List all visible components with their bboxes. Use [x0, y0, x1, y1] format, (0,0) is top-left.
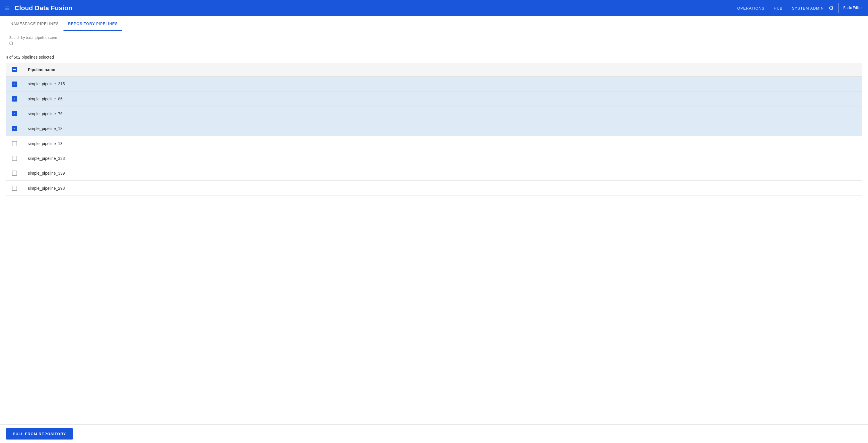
table-row: simple_pipeline_293 — [6, 181, 862, 196]
select-all-checkbox[interactable] — [12, 67, 17, 72]
pipeline-name-header: Pipeline name — [23, 63, 862, 77]
row-checkbox[interactable] — [12, 141, 17, 146]
row-checkbox-cell[interactable] — [6, 77, 23, 91]
row-checkbox-cell[interactable] — [6, 181, 23, 196]
row-checkbox[interactable] — [12, 186, 17, 191]
search-label: Search by batch pipeline name — [8, 36, 58, 40]
table-row: simple_pipeline_13 — [6, 136, 862, 151]
pipeline-table: Pipeline name simple_pipeline_315simple_… — [6, 63, 862, 196]
search-container: Search by batch pipeline name — [6, 38, 862, 50]
pipeline-name-cell: simple_pipeline_293 — [23, 181, 862, 196]
row-checkbox[interactable] — [12, 96, 17, 101]
header-divider — [838, 3, 839, 13]
table-row: simple_pipeline_86 — [6, 91, 862, 106]
tab-repository-pipelines[interactable]: REPOSITORY PIPELINES — [63, 16, 122, 31]
row-checkbox-cell[interactable] — [6, 166, 23, 181]
table-header-row: Pipeline name — [6, 63, 862, 77]
row-checkbox-cell[interactable] — [6, 121, 23, 136]
edition-label: Basic Edition — [843, 6, 863, 10]
row-checkbox[interactable] — [12, 82, 17, 87]
main-content: Search by batch pipeline name 4 of 502 p… — [0, 31, 868, 202]
app-logo: Cloud Data Fusion — [14, 4, 737, 12]
pipeline-name-cell: simple_pipeline_339 — [23, 166, 862, 181]
table-row: simple_pipeline_76 — [6, 106, 862, 121]
row-checkbox[interactable] — [12, 171, 17, 176]
header-nav: OPERATIONS HUB SYSTEM ADMIN — [737, 6, 824, 10]
row-checkbox[interactable] — [12, 111, 17, 116]
selection-count: 4 of 502 pipelines selected — [6, 55, 862, 59]
nav-system-admin[interactable]: SYSTEM ADMIN — [792, 6, 824, 10]
search-icon — [9, 41, 13, 47]
row-checkbox-cell[interactable] — [6, 136, 23, 151]
row-checkbox[interactable] — [12, 126, 17, 131]
search-input[interactable] — [16, 42, 859, 47]
pipeline-name-cell: simple_pipeline_76 — [23, 106, 862, 121]
row-checkbox-cell[interactable] — [6, 151, 23, 166]
row-checkbox[interactable] — [12, 156, 17, 161]
menu-icon[interactable]: ☰ — [5, 5, 10, 11]
row-checkbox-cell[interactable] — [6, 91, 23, 106]
nav-hub[interactable]: HUB — [774, 6, 782, 10]
svg-line-1 — [12, 45, 13, 45]
table-row: simple_pipeline_18 — [6, 121, 862, 136]
table-row: simple_pipeline_339 — [6, 166, 862, 181]
app-header: ☰ Cloud Data Fusion OPERATIONS HUB SYSTE… — [0, 0, 868, 16]
table-row: simple_pipeline_333 — [6, 151, 862, 166]
gear-icon[interactable]: ⚙ — [829, 5, 834, 11]
search-wrapper — [6, 38, 862, 50]
table-row: simple_pipeline_315 — [6, 77, 862, 91]
pipeline-name-cell: simple_pipeline_315 — [23, 77, 862, 91]
nav-operations[interactable]: OPERATIONS — [737, 6, 765, 10]
pipeline-name-cell: simple_pipeline_333 — [23, 151, 862, 166]
pipeline-name-cell: simple_pipeline_18 — [23, 121, 862, 136]
pipeline-name-cell: simple_pipeline_86 — [23, 91, 862, 106]
select-all-header[interactable] — [6, 63, 23, 77]
row-checkbox-cell[interactable] — [6, 106, 23, 121]
tab-namespace-pipelines[interactable]: NAMESPACE PIPELINES — [6, 16, 63, 31]
pipeline-name-cell: simple_pipeline_13 — [23, 136, 862, 151]
tabs-bar: NAMESPACE PIPELINES REPOSITORY PIPELINES — [0, 16, 868, 31]
